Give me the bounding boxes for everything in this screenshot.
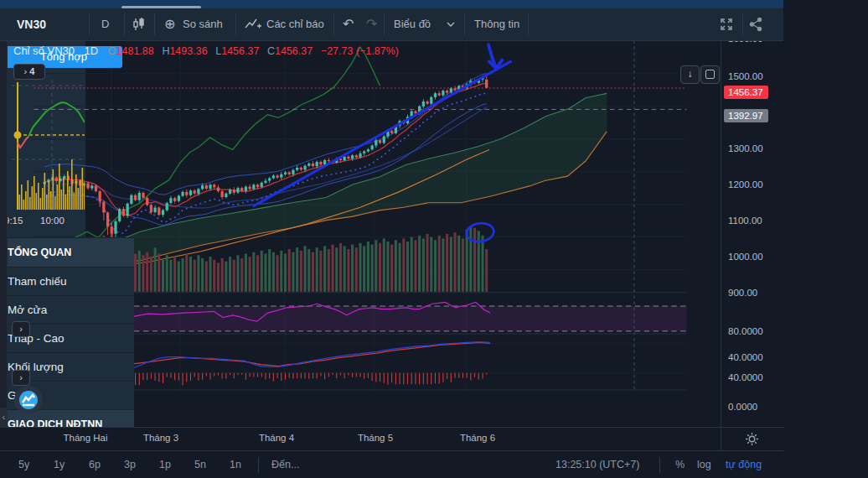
restore-view-button[interactable] xyxy=(700,65,720,84)
drawing-toolbar-strip: ‹ xyxy=(0,40,8,450)
time-axis-label: Tháng 3 xyxy=(143,433,178,443)
axis-settings-corner xyxy=(721,427,784,451)
range-button-1p[interactable]: 1p xyxy=(159,451,171,478)
toolbar-separator xyxy=(333,13,334,35)
toolbar-separator xyxy=(464,13,465,35)
toolbar-separator xyxy=(384,13,385,35)
toolbar-separator xyxy=(742,13,743,35)
bottom-separator xyxy=(258,457,259,473)
price-axis-label: 0.0000 xyxy=(728,402,757,412)
interval-button[interactable]: D xyxy=(101,8,109,40)
toolbar-separator xyxy=(124,13,125,35)
range-button-5n[interactable]: 5n xyxy=(194,451,206,478)
legend-close: 1456.37 xyxy=(275,45,313,57)
chevron-down-icon xyxy=(447,18,455,30)
price-axis-label: 900.00 xyxy=(728,288,757,298)
expand-left-panel-arrow[interactable]: ‹ xyxy=(0,408,8,428)
indicator-count: 4 xyxy=(29,66,34,76)
last-price-badge: 1456.37 xyxy=(724,86,768,99)
range-button-6p[interactable]: 6p xyxy=(89,451,101,478)
percent-scale-button[interactable]: % xyxy=(675,451,685,478)
toolbar-separator xyxy=(235,13,236,35)
sidebar-row-m-c-a[interactable]: Mở cửa xyxy=(0,295,85,324)
goto-date-button[interactable]: Đến... xyxy=(271,451,299,478)
range-button-1y[interactable]: 1y xyxy=(54,451,65,478)
active-tab-underline xyxy=(121,6,201,8)
mini-chart-time-label: 10:00 xyxy=(40,216,65,226)
time-axis-label: Tháng 6 xyxy=(460,433,495,443)
pane2-collapse-button[interactable]: › xyxy=(12,370,30,386)
toolbar-separator xyxy=(154,13,155,35)
gear-icon[interactable] xyxy=(745,432,759,446)
compare-plus-icon: ⊕ xyxy=(164,8,175,40)
reference-price-dot xyxy=(14,132,22,139)
time-axis-label: Tháng 5 xyxy=(358,433,393,443)
indicators-collapse-button[interactable]: › 4 xyxy=(13,64,45,80)
legend-open: 1481.88 xyxy=(116,45,154,57)
bottom-toolbar: 5y1y6p3p1p5n1n Đến... 13:25:10 (UTC+7) %… xyxy=(0,450,783,478)
legend-interval: 1D xyxy=(85,44,99,57)
bottom-separator xyxy=(659,457,660,473)
price-axis-label: 1300.00 xyxy=(728,143,763,153)
range-button-1n[interactable]: 1n xyxy=(230,451,241,478)
share-icon[interactable] xyxy=(748,17,763,32)
candles-style-icon[interactable] xyxy=(132,17,147,32)
toolbar-separator xyxy=(528,13,529,35)
chart-legend: Chỉ số VN30 · 1D O1481.88 H1493.36 L1456… xyxy=(13,44,399,57)
time-axis-label: Tháng 4 xyxy=(259,433,294,443)
price-axis-label: 80.0000 xyxy=(728,326,763,336)
symbol-button[interactable]: VN30 xyxy=(17,8,46,40)
undo-icon[interactable]: ↶ xyxy=(343,8,354,40)
legend-title: Chỉ số VN30 xyxy=(13,44,75,57)
price-axis-label: 1100.00 xyxy=(728,216,762,226)
sidebar-section-t-ng-quan: TỔNG QUAN xyxy=(0,237,85,267)
range-button-5y[interactable]: 5y xyxy=(18,451,29,478)
auto-scale-button[interactable]: tự động xyxy=(726,451,762,478)
chart-menu-button[interactable]: Biểu đồ xyxy=(394,8,431,40)
range-button-3p[interactable]: 3p xyxy=(124,451,136,478)
legend-change: −27.73 (−1.87%) xyxy=(321,45,399,57)
toolbar-separator xyxy=(89,13,90,35)
scroll-to-recent-button[interactable]: ↓ xyxy=(680,65,700,84)
clock: 13:25:10 (UTC+7) xyxy=(555,451,639,478)
legend-low: 1456.37 xyxy=(221,45,259,57)
browser-tab-strip xyxy=(0,0,783,8)
price-axis-label: 1500.00 xyxy=(728,71,763,81)
sidebar-row-tham-chi-u[interactable]: Tham chiếu xyxy=(0,267,85,295)
price-axis-label: 1000.00 xyxy=(728,252,763,262)
price-axis-label: 40.0000 xyxy=(728,372,763,382)
chart-toolbar: VN30 D ⊕ So sánh Các chỉ báo ↶ ↷ Biểu đồ… xyxy=(0,8,783,41)
intraday-mini-chart xyxy=(0,74,85,215)
indicators-button[interactable]: Các chỉ báo xyxy=(266,8,324,40)
indicators-icon xyxy=(245,18,261,31)
time-axis[interactable]: Tháng HaiTháng 3Tháng 4Tháng 5Tháng 6 xyxy=(0,427,721,451)
pane1-collapse-button[interactable]: › xyxy=(12,321,30,337)
restore-box-icon xyxy=(705,70,715,79)
price-axis-label: 40.0000 xyxy=(728,352,763,362)
broker-logo[interactable] xyxy=(14,386,43,414)
prev-close-badge: 1392.97 xyxy=(724,109,768,122)
price-axis-label: 1200.00 xyxy=(728,179,763,190)
compare-button[interactable]: So sánh xyxy=(183,8,223,40)
redo-icon[interactable]: ↷ xyxy=(366,8,377,40)
time-axis-label: Tháng Hai xyxy=(63,433,107,443)
info-button[interactable]: Thông tin xyxy=(474,8,519,40)
trading-app: VN30 D ⊕ So sánh Các chỉ báo ↶ ↷ Biểu đồ… xyxy=(0,0,868,478)
price-axis[interactable]: 1600.001500.001300.001200.001100.001000.… xyxy=(721,40,784,427)
log-scale-button[interactable]: log xyxy=(697,451,711,478)
fullscreen-icon[interactable] xyxy=(719,17,734,32)
legend-high: 1493.36 xyxy=(169,45,207,57)
